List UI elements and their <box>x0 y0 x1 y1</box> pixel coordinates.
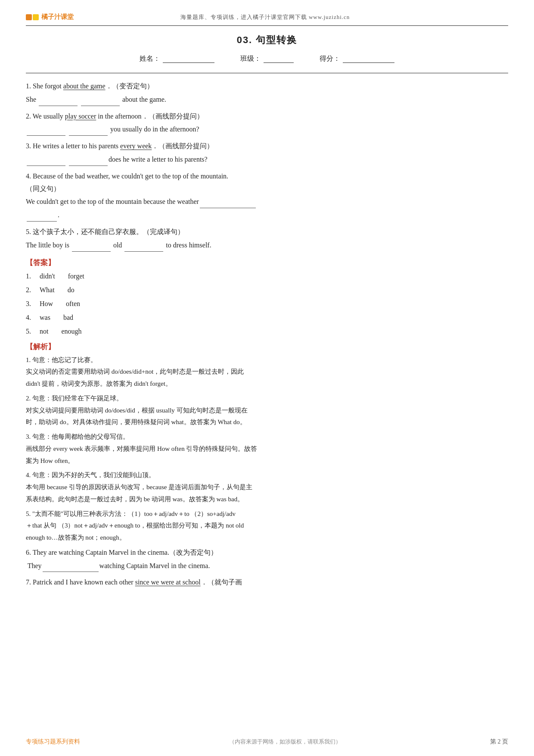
analysis-3-body: 画线部分 every week 表示频率，对频率提问用 How often 引导… <box>26 443 508 455</box>
analysis-4: 4. 句意：因为不好的天气，我们没能到山顶。 本句用 because 引导的原因… <box>26 469 508 505</box>
analysis-4-heading: 4. 句意：因为不好的天气，我们没能到山顶。 <box>26 469 508 481</box>
answer-val-3: How often <box>40 297 80 311</box>
q4-note: （同义句） <box>26 185 60 192</box>
q2-subtext: you usually do in the afternoon? <box>26 123 508 136</box>
q6-subtext: Theywatching Captain Marvel in the cinem… <box>26 560 508 572</box>
answer-val-1: didn't forget <box>40 269 84 283</box>
score-label: 得分： <box>320 54 340 63</box>
q3-underline: every week <box>120 142 152 150</box>
answer-item-3: 3. How often <box>26 297 508 311</box>
q2-underline: play soccer <box>65 112 96 120</box>
answer-num-5: 5. <box>26 325 35 338</box>
analysis-1-body: 实义动词的否定需要用助动词 do/does/did+not，此句时态是一般过去时… <box>26 366 508 378</box>
answer-item-4: 4. was bad <box>26 311 508 325</box>
answer-num-4: 4. <box>26 311 35 325</box>
logo-icon <box>26 14 39 20</box>
answer-2-v2: do <box>68 283 75 297</box>
analysis-5-body2: enough to…故答案为 not；enough。 <box>26 532 508 544</box>
q2-blank1[interactable] <box>27 128 65 136</box>
analysis-3: 3. 句意：他每周都给他的父母写信。 画线部分 every week 表示频率，… <box>26 431 508 467</box>
q1-rest: ．（变否定句） <box>106 82 154 90</box>
answer-val-4: was bad <box>40 311 73 325</box>
analysis-3-body2: 案为 How often。 <box>26 455 508 467</box>
q5-blank1[interactable] <box>72 244 111 252</box>
answer-1-v2: forget <box>68 269 84 283</box>
analysis-2-heading: 2. 句意：我们经常在下午踢足球。 <box>26 393 508 405</box>
main-title: 03. 句型转换 <box>237 34 298 45</box>
q3-subtext: does he write a letter to his parents? <box>26 153 508 166</box>
score-item: 得分： <box>320 54 394 63</box>
logo-square-yellow <box>33 14 39 20</box>
answer-title: 【答案】 <box>26 258 508 268</box>
q5-blank2[interactable] <box>124 244 163 252</box>
q6-text: 6. They are watching Captain Marvel in t… <box>26 549 217 556</box>
question-7: 7. Patrick and I have known each other s… <box>26 576 508 589</box>
content-divider <box>26 73 508 73</box>
q5-text: 5. 这个孩子太小，还不能自己穿衣服。（完成译句） <box>26 228 184 235</box>
score-line <box>343 55 394 63</box>
answer-item-5: 5. not enough <box>26 325 508 338</box>
footer-right: 第 2 页 <box>490 738 508 746</box>
logo-text: 橘子汁课堂 <box>41 13 74 21</box>
class-label: 班级： <box>240 54 261 63</box>
q1-blank1[interactable] <box>39 98 78 106</box>
footer-center: （内容来源于网络，如涉版权，请联系我们） <box>229 738 341 746</box>
name-item: 姓名： <box>140 54 214 63</box>
answer-item-1: 1. didn't forget <box>26 269 508 283</box>
q3-text: 3. He writes a letter to his parents eve… <box>26 142 214 150</box>
question-3: 3. He writes a letter to his parents eve… <box>26 140 508 166</box>
answer-2-v1: What <box>40 283 55 297</box>
q4-blank2[interactable] <box>27 214 57 222</box>
analysis-4-body2: 系表结构。此句时态是一般过去时，因为 be 动词用 was。故答案为 was b… <box>26 494 508 506</box>
answer-5-v1: not <box>40 325 48 338</box>
analysis-title: 【解析】 <box>26 342 508 352</box>
q2-blank2[interactable] <box>69 128 108 136</box>
answer-4-v1: was <box>40 311 50 325</box>
answer-4-v2: bad <box>63 311 73 325</box>
answer-num-2: 2. <box>26 283 35 297</box>
footer-left: 专项练习题系列资料 <box>26 738 80 746</box>
question-2: 2. We usually play soccer in the afterno… <box>26 110 508 136</box>
q2-text: 2. We usually play soccer in the afterno… <box>26 112 204 120</box>
tagline-text: 海量题库、专项训练，进入橘子汁课堂官网下载 www.juzizhi.cn <box>180 14 350 20</box>
analysis-1-heading: 1. 句意：他忘记了比赛。 <box>26 354 508 366</box>
answer-num-1: 1. <box>26 269 35 283</box>
q4-subtext: We couldn't get to the top of the mounta… <box>26 196 508 208</box>
question-1: 1. She forgot about the game．（变否定句） She … <box>26 80 508 106</box>
question-5: 5. 这个孩子太小，还不能自己穿衣服。（完成译句） The little boy… <box>26 226 508 252</box>
analysis-1-body2: didn't 提前，动词变为原形。故答案为 didn't forget。 <box>26 378 508 390</box>
answer-val-5: not enough <box>40 325 82 338</box>
q3-blank2[interactable] <box>69 158 108 166</box>
q6-blank1[interactable] <box>43 564 99 572</box>
q4-blank1[interactable] <box>200 200 256 208</box>
header-tagline: 海量题库、专项训练，进入橘子汁课堂官网下载 www.juzizhi.cn <box>74 13 456 21</box>
analysis-4-body: 本句用 because 引导的原因状语从句改写，because 是连词后面加句子… <box>26 481 508 494</box>
logo-area: 橘子汁课堂 <box>26 13 74 21</box>
answer-3-v1: How <box>40 297 53 311</box>
analysis-3-heading: 3. 句意：他每周都给他的父母写信。 <box>26 431 508 443</box>
answer-item-2: 2. What do <box>26 283 508 297</box>
answer-5-v2: enough <box>61 325 81 338</box>
analysis-2-body2: 时，助动词 do。对具体动作提问，要用特殊疑问词 what。故答案为 What … <box>26 416 508 428</box>
q4-text: 4. Because of the bad weather, we couldn… <box>26 172 228 180</box>
q1-blank2[interactable] <box>81 98 120 106</box>
analysis-2: 2. 句意：我们经常在下午踢足球。 对实义动词提问要用助动词 do/does/d… <box>26 393 508 428</box>
info-row: 姓名： 班级： 得分： <box>26 54 508 63</box>
page: 橘子汁课堂 海量题库、专项训练，进入橘子汁课堂官网下载 www.juzizhi.… <box>0 0 534 756</box>
name-label: 姓名： <box>140 54 160 63</box>
analysis-5-body: ＋that 从句 （3）not＋adj/adv＋enough to，根据给出部分… <box>26 520 508 532</box>
q1-underline: about the game <box>63 82 106 90</box>
answer-num-3: 3. <box>26 297 35 311</box>
analysis-section: 【解析】 1. 句意：他忘记了比赛。 实义动词的否定需要用助动词 do/does… <box>26 342 508 589</box>
answer-val-2: What do <box>40 283 75 297</box>
q1-num: 1. She forgot <box>26 82 63 90</box>
analysis-5-heading: 5. "太而不能"可以用三种表示方法：（1）too＋adj/adv＋to （2）… <box>26 508 508 520</box>
analysis-2-body: 对实义动词提问要用助动词 do/does/did，根据 usually 可知此句… <box>26 405 508 417</box>
q3-blank1[interactable] <box>27 158 65 166</box>
analysis-5: 5. "太而不能"可以用三种表示方法：（1）too＋adj/adv＋to （2）… <box>26 508 508 544</box>
q7-underline: since we were at school <box>135 578 201 586</box>
answer-3-v2: often <box>66 297 80 311</box>
q7-text: 7. Patrick and I have known each other s… <box>26 578 242 586</box>
q4-subtext2: . <box>26 209 508 222</box>
title-section: 03. 句型转换 <box>26 34 508 47</box>
